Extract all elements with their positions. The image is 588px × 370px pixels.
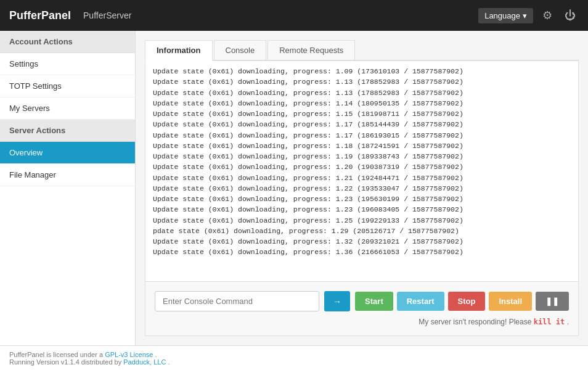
sidebar-item-my-servers[interactable]: My Servers xyxy=(0,97,135,120)
app-brand: PufferPanel xyxy=(9,9,71,22)
install-button[interactable]: Install xyxy=(489,292,532,311)
sidebar-item-file-manager[interactable]: File Manager xyxy=(0,164,135,186)
console-line: Update state (0x61) downloading, progres… xyxy=(153,66,571,76)
console-line: Update state (0x61) downloading, progres… xyxy=(153,215,571,226)
footer-line2: Running Version v1.1.4 distributed by Pa… xyxy=(9,358,579,366)
navbar-right: Language ▾ ⚙ ⏻ xyxy=(478,6,579,25)
server-name: PufferServer xyxy=(83,10,478,20)
sidebar: Account Actions Settings TOTP Settings M… xyxy=(0,31,136,345)
footer-license-suffix: . xyxy=(155,351,157,358)
main-layout: Account Actions Settings TOTP Settings M… xyxy=(0,31,588,345)
console-line: Update state (0x61) downloading, progres… xyxy=(153,141,571,151)
console-input-row: → Start Restart Stop Install ❚❚ xyxy=(155,291,569,311)
console-line: pdate state (0x61) downloading, progress… xyxy=(153,226,571,236)
sidebar-item-settings[interactable]: Settings xyxy=(0,53,135,75)
footer-dist-suffix: . xyxy=(168,358,169,366)
console-line: Update state (0x61) downloading, progres… xyxy=(153,162,571,172)
status-prefix: My server isn't responding! Please xyxy=(419,318,531,326)
stop-button[interactable]: Stop xyxy=(448,292,486,311)
status-suffix: . xyxy=(567,318,569,326)
sidebar-item-totp[interactable]: TOTP Settings xyxy=(0,75,135,97)
power-icon: ⏻ xyxy=(565,9,576,22)
console-line: Update state (0x61) downloading, progres… xyxy=(153,194,571,204)
console-line: Update state (0x61) downloading, progres… xyxy=(153,247,571,257)
footer-line1: PufferPanel is licensed under a GPL-v3 L… xyxy=(9,351,579,358)
tab-console[interactable]: Console xyxy=(214,40,267,60)
footer-dist-prefix: Running Version v1.1.4 distributed by xyxy=(9,358,123,366)
pause-icon: ❚❚ xyxy=(545,297,559,306)
footer-dist-link[interactable]: Padduck, LLC xyxy=(123,358,166,366)
tab-information[interactable]: Information xyxy=(145,40,213,61)
console-line: Update state (0x61) downloading, progres… xyxy=(153,130,571,141)
status-message: My server isn't responding! Please kill … xyxy=(155,318,569,326)
console-line: Update state (0x61) downloading, progres… xyxy=(153,204,571,215)
sidebar-item-overview[interactable]: Overview xyxy=(0,142,135,164)
server-action-buttons: Start Restart Stop Install ❚❚ xyxy=(355,291,569,311)
kill-link[interactable]: kill it xyxy=(534,318,565,326)
console-line: Update state (0x61) downloading, progres… xyxy=(153,236,571,247)
console-input-area: → Start Restart Stop Install ❚❚ My serve… xyxy=(145,281,578,335)
server-actions-header: Server Actions xyxy=(0,120,135,142)
account-actions-header: Account Actions xyxy=(0,31,135,53)
tab-bar: Information Console Remote Requests xyxy=(145,40,579,61)
footer-license-prefix: PufferPanel is licensed under a xyxy=(9,351,105,358)
language-button[interactable]: Language ▾ xyxy=(478,8,533,23)
console-line: Update state (0x61) downloading, progres… xyxy=(153,151,571,162)
console-line: Update state (0x61) downloading, progres… xyxy=(153,88,571,98)
dropdown-arrow-icon: ▾ xyxy=(523,11,527,20)
console-line: Update state (0x61) downloading, progres… xyxy=(153,76,571,87)
pause-button[interactable]: ❚❚ xyxy=(536,292,569,311)
navbar: PufferPanel PufferServer Language ▾ ⚙ ⏻ xyxy=(0,0,588,31)
console-output[interactable]: Update state (0x61) downloading, progres… xyxy=(145,61,578,281)
start-button[interactable]: Start xyxy=(355,292,393,311)
settings-icon-button[interactable]: ⚙ xyxy=(539,6,555,25)
power-icon-button[interactable]: ⏻ xyxy=(561,6,579,25)
tab-remote-requests[interactable]: Remote Requests xyxy=(267,40,355,60)
footer-license-link[interactable]: GPL-v3 License xyxy=(105,351,153,358)
language-label: Language xyxy=(484,11,520,20)
send-arrow-icon: → xyxy=(333,297,341,306)
main-content: Information Console Remote Requests Upda… xyxy=(136,31,588,345)
console-line: Update state (0x61) downloading, progres… xyxy=(153,98,571,109)
settings-icon: ⚙ xyxy=(542,9,552,22)
restart-button[interactable]: Restart xyxy=(397,292,444,311)
console-panel: Update state (0x61) downloading, progres… xyxy=(145,61,579,336)
footer: PufferPanel is licensed under a GPL-v3 L… xyxy=(0,345,588,370)
console-command-input[interactable] xyxy=(155,291,319,311)
console-line: Update state (0x61) downloading, progres… xyxy=(153,119,571,130)
console-line: Update state (0x61) downloading, progres… xyxy=(153,173,571,183)
console-line: Update state (0x61) downloading, progres… xyxy=(153,183,571,194)
console-send-button[interactable]: → xyxy=(324,291,350,311)
console-line: Update state (0x61) downloading, progres… xyxy=(153,109,571,119)
